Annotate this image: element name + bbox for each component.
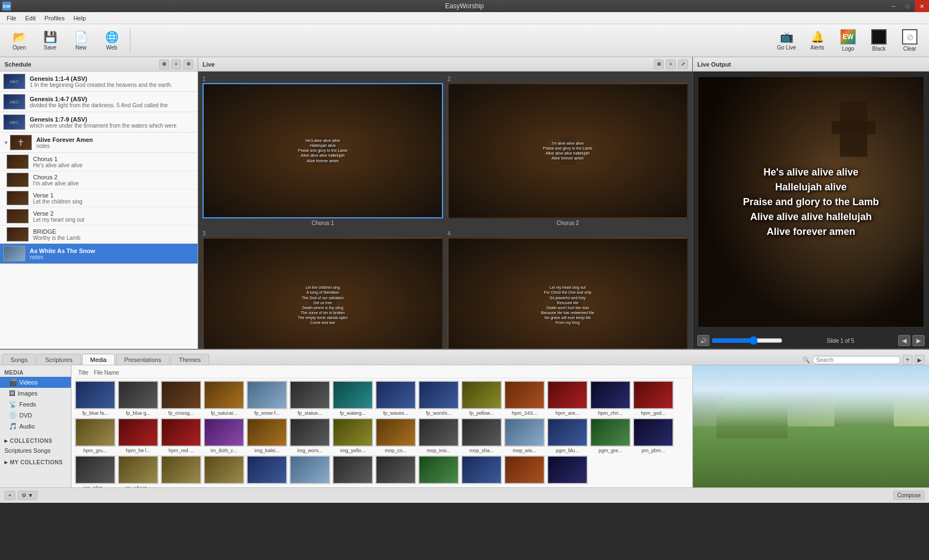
tab-media[interactable]: Media [82,354,115,365]
alerts-button[interactable]: 🔔 Alerts [802,26,832,56]
media-thumb-fp_snow_f[interactable]: fp_snow f... [247,381,287,416]
compose-button[interactable]: Compose [893,491,925,500]
media-thumb-hpm_24S[interactable]: hpm_24S... [504,381,545,416]
media-thumb-hpm_gru[interactable]: hpm_gru... [75,418,116,453]
media-thumb-mop_sha[interactable]: mop_sha... [461,418,502,453]
media-thumb-r1c1[interactable]: ... [161,455,201,487]
schedule-item-genesis2[interactable]: ABC Genesis 1:4-7 (ASV) divided the ligh… [0,92,198,112]
media-thumb-r1c10[interactable]: ... [547,455,588,487]
new-button[interactable]: 📄 New [66,26,96,56]
sub-chorus1[interactable]: Chorus 1 He's alive alive alive [0,153,198,171]
tab-themes[interactable]: Themes [171,354,209,365]
media-thumb-r1c7[interactable]: ... [418,455,459,487]
media-thumb-r1c2[interactable]: ... [204,455,244,487]
media-thumb-fp_waterg[interactable]: fp_waterg... [332,381,373,416]
media-thumb-hpm_chri[interactable]: hpm_chri... [590,381,631,416]
slide-thumb-3[interactable]: Let the children sing A song of liberati… [203,238,443,349]
media-thumb-hpm_red[interactable]: hpm_red ... [161,418,201,453]
media-thumb-fp_blue_fa[interactable]: fp_blue fa... [75,381,116,416]
menu-edit[interactable]: Edit [21,14,40,23]
media-thumb-pgm_blu[interactable]: pgm_blu... [547,418,588,453]
media-thumb-mop_co[interactable]: mop_co... [375,418,416,453]
media-thumb-fp_saturat[interactable]: fp_saturat... [204,381,244,416]
menu-help[interactable]: Help [69,14,90,23]
media-thumb-img_yello[interactable]: img_yello... [332,418,373,453]
media-thumb-pm_pbm[interactable]: pm_pbm... [633,418,674,453]
maximize-button[interactable]: □ [900,0,915,12]
my-collections-category[interactable]: ▶ MY COLLECTIONS [0,458,71,467]
media-item-audio[interactable]: 🎵 Audio [0,421,71,432]
sub-chorus2[interactable]: Chorus 2 I'm alive alive alive [0,171,198,189]
media-thumb-pgm_gre[interactable]: pgm_gre... [590,418,631,453]
volume-icon[interactable]: 🔊 [697,335,709,346]
schedule-item-alive[interactable]: ▼ ✝ Alive Forever Amen notes [0,133,198,153]
media-thumb-fp_blue_g[interactable]: fp_blue g... [118,381,159,416]
add-media-button[interactable]: + [903,355,912,365]
media-thumb-fp_waves[interactable]: fp_waves... [375,381,416,416]
sub-verse2[interactable]: Verse 2 Let my heart sing out [0,207,198,226]
sub-verse1[interactable]: Verse 1 Let the children sing [0,189,198,207]
media-thumb-fp_yellow[interactable]: fp_yellow... [461,381,502,416]
media-thumb-r1c8[interactable]: ... [461,455,502,487]
media-thumb-fp_worshi[interactable]: fp_worshi... [418,381,459,416]
live-output-display[interactable]: He's alive alive alive Hallelujah alive … [698,77,923,327]
schedule-settings[interactable]: ⚙ [183,59,193,69]
go-live-button[interactable]: 📺 Go Live [772,26,801,56]
media-thumb-im_ib05_c[interactable]: im_ib05_c... [204,418,244,453]
schedule-grid-view[interactable]: ⊞ [159,59,169,69]
schedule-item-genesis1[interactable]: ABC Genesis 1:1-4 (ASV) 1 In the beginni… [0,72,198,92]
schedule-list-view[interactable]: ≡ [171,59,181,69]
web-button[interactable]: 🌐 Web [97,26,127,56]
media-thumb-r1c6[interactable]: ... [375,455,416,487]
search-input[interactable] [812,356,900,364]
live-list-view[interactable]: ≡ [666,59,676,69]
minimize-button[interactable]: ─ [886,0,900,12]
menu-profiles[interactable]: Profiles [40,14,69,23]
slide-thumb-1[interactable]: He's alive alive alive Hallelujah alive … [203,83,443,218]
tab-scriptures[interactable]: Scriptures [37,354,81,365]
media-arrow-button[interactable]: ▶ [915,355,925,365]
media-thumb-r1c4[interactable]: ... [289,455,330,487]
media-thumb-r1c3[interactable]: ... [247,455,287,487]
live-grid-view[interactable]: ⊞ [654,59,664,69]
next-slide-button[interactable]: ▶ [912,335,925,346]
expand-arrow-alive[interactable]: ▼ [3,140,9,146]
media-thumb-img_kalei[interactable]: img_kalei... [247,418,287,453]
collections-category[interactable]: ▶ COLLECTIONS [0,436,71,446]
prev-slide-button[interactable]: ◀ [898,335,910,346]
media-thumb-hpm_god[interactable]: hpm_god... [633,381,674,416]
media-thumb-img_wors[interactable]: img_wors... [289,418,330,453]
media-thumb-sp_wheat[interactable]: sp_wheat... [118,455,159,487]
media-thumb-r1c9[interactable]: ... [504,455,545,487]
tab-presentations[interactable]: Presentations [116,354,170,365]
media-thumb-fp_crossg[interactable]: fp_crossg... [161,381,201,416]
black-button[interactable]: Black [864,26,894,56]
media-thumb-pm_pbm2[interactable]: pm_pbm... [75,455,116,487]
bottom-add-button[interactable]: + [4,491,15,500]
schedule-item-genesis3[interactable]: ABC Genesis 1:7-9 (ASV) which were under… [0,112,198,133]
live-expand[interactable]: ⤢ [678,59,688,69]
media-item-feeds[interactable]: 📡 Feeds [0,399,71,410]
slide-thumb-4[interactable]: Let my heart sing out For Christ the One… [447,238,688,349]
media-thumb-r1c5[interactable]: ... [332,455,373,487]
media-thumb-mop_insi[interactable]: mop_insi... [418,418,459,453]
schedule-item-aswhite[interactable]: As White As The Snow notes [0,244,198,264]
bottom-settings-button[interactable]: ⚙ ▼ [18,491,37,500]
scriptures-songs-item[interactable]: Scriptures Songs [0,446,71,455]
volume-slider[interactable] [712,336,783,345]
sub-bridge[interactable]: BRIDGE Worthy is the Lamb [0,226,198,244]
logo-button[interactable]: EW Logo [833,26,863,56]
media-thumb-hpm_he_l[interactable]: hpm_he l... [118,418,159,453]
tab-songs[interactable]: Songs [2,354,36,365]
media-thumb-fp_statue[interactable]: fp_statue... [289,381,330,416]
save-button[interactable]: 💾 Save [35,26,65,56]
close-button[interactable]: ✕ [915,0,929,12]
clear-button[interactable]: ⊘ Clear [895,26,925,56]
media-item-dvd[interactable]: 💿 DVD [0,410,71,421]
media-item-images[interactable]: 🖼 Images [0,388,71,399]
slide-thumb-2[interactable]: I'm alive alive alive Praise and glory t… [447,83,688,218]
menu-file[interactable]: File [2,14,21,23]
media-thumb-hpm_are[interactable]: hpm_are... [547,381,588,416]
media-thumb-mop_wis[interactable]: mop_wis... [504,418,545,453]
open-button[interactable]: 📂 Open [4,26,34,56]
